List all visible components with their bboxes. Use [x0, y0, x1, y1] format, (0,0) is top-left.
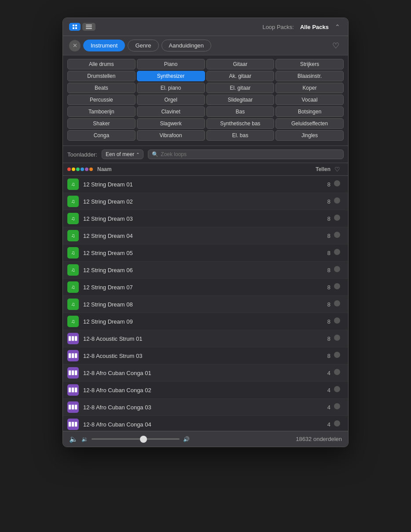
loop-favorite[interactable]	[330, 317, 344, 325]
filter-close-button[interactable]: ✕	[69, 40, 81, 51]
loop-favorite[interactable]	[330, 420, 344, 428]
speaker-button[interactable]: 🔈	[69, 435, 78, 443]
table-row[interactable]: ♫12 String Dream 098	[63, 313, 348, 330]
category-btn-drumstellen[interactable]: Drumstellen	[67, 71, 136, 81]
loop-count: 4	[304, 387, 330, 394]
category-btn-clavinet[interactable]: Clavinet	[137, 106, 205, 117]
table-row[interactable]: ♫12 String Dream 058	[63, 244, 348, 262]
table-row[interactable]: ♫12 String Dream 078	[63, 279, 348, 296]
category-btn-bas[interactable]: Bas	[206, 106, 275, 117]
loop-count: 8	[304, 250, 330, 256]
filter-tabs: ✕ Instrument Genre Aanduidingen ♡	[63, 36, 348, 55]
category-btn-conga[interactable]: Conga	[67, 130, 136, 141]
color-dot	[81, 168, 84, 171]
tab-instrument[interactable]: Instrument	[83, 40, 125, 51]
loop-count: 8	[304, 301, 330, 308]
fav-circle	[334, 283, 340, 289]
loop-favorite[interactable]	[330, 249, 344, 257]
category-btn-alle-drums[interactable]: Alle drums	[67, 59, 136, 69]
category-btn-koper[interactable]: Koper	[275, 83, 344, 93]
category-btn-blaasinstr.[interactable]: Blaasinstr.	[275, 71, 344, 81]
category-btn-shaker[interactable]: Shaker	[67, 118, 136, 129]
loop-count: 8	[304, 181, 330, 188]
tab-genre[interactable]: Genre	[128, 40, 158, 51]
search-box: 🔍	[148, 149, 344, 159]
list-header: Naam Tellen ♡	[63, 163, 348, 176]
loop-favorite[interactable]	[330, 403, 344, 411]
category-btn-gitaar[interactable]: Gitaar	[206, 59, 275, 69]
audio-icon: ▊▊▊	[67, 350, 79, 361]
loop-favorite[interactable]	[330, 369, 344, 377]
loop-favorite[interactable]	[330, 232, 344, 240]
loop-favorite[interactable]	[330, 266, 344, 274]
table-row[interactable]: ♫12 String Dream 018	[63, 176, 348, 193]
view-btn-list[interactable]	[82, 23, 95, 31]
view-btn-grid[interactable]	[69, 23, 81, 31]
scale-label: Toonladder:	[67, 151, 97, 158]
loop-name: 12 String Dream 08	[83, 301, 304, 308]
loop-favorite[interactable]	[330, 283, 344, 291]
scale-chevron-icon: ⌃	[136, 152, 139, 157]
table-row[interactable]: ▊▊▊12-8 Acoustic Strum 038	[63, 347, 348, 364]
scale-select[interactable]: Een of meer ⌃	[102, 149, 143, 159]
category-btn-orgel[interactable]: Orgel	[137, 95, 205, 105]
loop-favorite[interactable]	[330, 215, 344, 222]
loop-count: 4	[304, 370, 330, 376]
category-btn-el.-gitaar[interactable]: El. gitaar	[206, 83, 275, 93]
loop-name: 12-8 Afro Cuban Conga 02	[83, 387, 304, 394]
category-btn-vibrafoon[interactable]: Vibrafoon	[137, 130, 205, 141]
loop-favorite[interactable]	[330, 335, 344, 343]
tab-aanduidingen[interactable]: Aanduidingen	[161, 40, 212, 51]
midi-icon: ♫	[67, 196, 79, 207]
fav-circle	[334, 335, 340, 341]
category-btn-jingles[interactable]: Jingles	[275, 130, 344, 141]
category-btn-ak.-gitaar[interactable]: Ak. gitaar	[206, 71, 275, 81]
fav-circle	[334, 215, 340, 221]
category-btn-piano[interactable]: Piano	[137, 59, 205, 69]
midi-icon: ♫	[67, 264, 79, 276]
loop-list: ♫12 String Dream 018♫12 String Dream 028…	[63, 176, 348, 431]
loop-favorite[interactable]	[330, 300, 344, 308]
category-btn-vocaal[interactable]: Vocaal	[275, 95, 344, 105]
loop-count: 8	[304, 233, 330, 239]
table-row[interactable]: ♫12 String Dream 088	[63, 296, 348, 313]
category-btn-el.-piano[interactable]: El. piano	[137, 83, 205, 93]
table-row[interactable]: ♫12 String Dream 038	[63, 210, 348, 227]
table-row[interactable]: ▊▊▊12-8 Afro Cuban Conga 014	[63, 364, 348, 382]
category-btn-slagwerk[interactable]: Slagwerk	[137, 118, 205, 129]
loop-favorite[interactable]	[330, 386, 344, 394]
volume-slider[interactable]	[92, 438, 180, 440]
category-btn-percussie[interactable]: Percussie	[67, 95, 136, 105]
table-row[interactable]: ▊▊▊12-8 Acoustic Strum 018	[63, 330, 348, 347]
loop-favorite[interactable]	[330, 352, 344, 360]
table-row[interactable]: ▊▊▊12-8 Afro Cuban Conga 044	[63, 416, 348, 431]
favorites-heart-button[interactable]: ♡	[330, 40, 342, 51]
loop-name: 12 String Dream 05	[83, 250, 304, 256]
category-btn-synthesizer[interactable]: Synthesizer	[137, 71, 205, 81]
table-row[interactable]: ▊▊▊12-8 Afro Cuban Conga 034	[63, 399, 348, 416]
loop-packs-chevron[interactable]: ⌃	[333, 22, 342, 31]
search-input[interactable]	[161, 151, 340, 157]
color-dot	[67, 168, 71, 171]
category-btn-beats[interactable]: Beats	[67, 83, 136, 93]
loop-favorite[interactable]	[330, 180, 344, 188]
table-row[interactable]: ♫12 String Dream 068	[63, 262, 348, 279]
table-row[interactable]: ▊▊▊12-8 Afro Cuban Conga 024	[63, 382, 348, 399]
category-btn-synthetische-bas[interactable]: Synthetische bas	[206, 118, 275, 129]
loop-count: 8	[304, 318, 330, 325]
table-row[interactable]: ♫12 String Dream 028	[63, 193, 348, 210]
color-dots	[67, 168, 93, 171]
category-btn-tamboerijn[interactable]: Tamboerijn	[67, 106, 136, 117]
category-btn-botsingen[interactable]: Botsingen	[275, 106, 344, 117]
category-btn-geluidseffecten[interactable]: Geluidseffecten	[275, 118, 344, 129]
category-btn-strijkers[interactable]: Strijkers	[275, 59, 344, 69]
category-btn-slidegitaar[interactable]: Slidegitaar	[206, 95, 275, 105]
category-grid: Alle drumsPianoGitaarStrijkersDrumstelle…	[63, 55, 348, 146]
category-btn-el.-bas[interactable]: El. bas	[206, 130, 275, 141]
col-heart-icon: ♡	[330, 166, 344, 173]
fav-circle	[334, 249, 340, 255]
table-row[interactable]: ♫12 String Dream 048	[63, 227, 348, 244]
loop-favorite[interactable]	[330, 197, 344, 205]
loop-name: 12-8 Afro Cuban Conga 03	[83, 404, 304, 411]
loop-name: 12-8 Acoustic Strum 01	[83, 335, 304, 342]
